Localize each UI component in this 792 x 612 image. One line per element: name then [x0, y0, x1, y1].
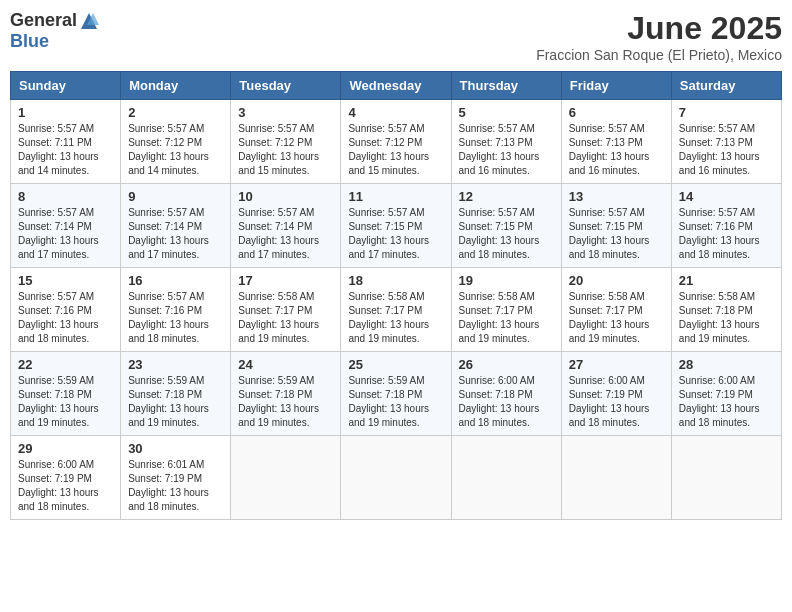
- calendar-cell: 14Sunrise: 5:57 AMSunset: 7:16 PMDayligh…: [671, 184, 781, 268]
- calendar-cell: 2Sunrise: 5:57 AMSunset: 7:12 PMDaylight…: [121, 100, 231, 184]
- day-number: 12: [459, 189, 554, 204]
- day-info: Sunrise: 5:58 AMSunset: 7:17 PMDaylight:…: [459, 290, 554, 346]
- calendar-cell: 7Sunrise: 5:57 AMSunset: 7:13 PMDaylight…: [671, 100, 781, 184]
- day-info: Sunrise: 5:58 AMSunset: 7:18 PMDaylight:…: [679, 290, 774, 346]
- calendar-cell: 19Sunrise: 5:58 AMSunset: 7:17 PMDayligh…: [451, 268, 561, 352]
- logo-icon: [79, 11, 99, 31]
- calendar-subtitle: Fraccion San Roque (El Prieto), Mexico: [536, 47, 782, 63]
- day-number: 27: [569, 357, 664, 372]
- day-number: 8: [18, 189, 113, 204]
- calendar-cell: 12Sunrise: 5:57 AMSunset: 7:15 PMDayligh…: [451, 184, 561, 268]
- day-number: 3: [238, 105, 333, 120]
- header-monday: Monday: [121, 72, 231, 100]
- day-info: Sunrise: 5:57 AMSunset: 7:13 PMDaylight:…: [679, 122, 774, 178]
- calendar-cell: 28Sunrise: 6:00 AMSunset: 7:19 PMDayligh…: [671, 352, 781, 436]
- calendar-cell: 17Sunrise: 5:58 AMSunset: 7:17 PMDayligh…: [231, 268, 341, 352]
- day-info: Sunrise: 5:59 AMSunset: 7:18 PMDaylight:…: [238, 374, 333, 430]
- calendar-title: June 2025: [536, 10, 782, 47]
- calendar-cell: 9Sunrise: 5:57 AMSunset: 7:14 PMDaylight…: [121, 184, 231, 268]
- calendar-cell: 18Sunrise: 5:58 AMSunset: 7:17 PMDayligh…: [341, 268, 451, 352]
- day-info: Sunrise: 5:57 AMSunset: 7:12 PMDaylight:…: [238, 122, 333, 178]
- day-number: 7: [679, 105, 774, 120]
- calendar-header-row: SundayMondayTuesdayWednesdayThursdayFrid…: [11, 72, 782, 100]
- calendar-week-row: 1Sunrise: 5:57 AMSunset: 7:11 PMDaylight…: [11, 100, 782, 184]
- calendar-cell: 16Sunrise: 5:57 AMSunset: 7:16 PMDayligh…: [121, 268, 231, 352]
- calendar-cell: 5Sunrise: 5:57 AMSunset: 7:13 PMDaylight…: [451, 100, 561, 184]
- day-info: Sunrise: 6:01 AMSunset: 7:19 PMDaylight:…: [128, 458, 223, 514]
- day-number: 15: [18, 273, 113, 288]
- day-info: Sunrise: 5:57 AMSunset: 7:16 PMDaylight:…: [18, 290, 113, 346]
- header-thursday: Thursday: [451, 72, 561, 100]
- day-number: 21: [679, 273, 774, 288]
- calendar-cell: 27Sunrise: 6:00 AMSunset: 7:19 PMDayligh…: [561, 352, 671, 436]
- day-number: 5: [459, 105, 554, 120]
- day-number: 25: [348, 357, 443, 372]
- calendar-cell: [341, 436, 451, 520]
- day-number: 22: [18, 357, 113, 372]
- day-info: Sunrise: 5:57 AMSunset: 7:12 PMDaylight:…: [348, 122, 443, 178]
- day-info: Sunrise: 5:57 AMSunset: 7:15 PMDaylight:…: [459, 206, 554, 262]
- day-number: 23: [128, 357, 223, 372]
- calendar-cell: 29Sunrise: 6:00 AMSunset: 7:19 PMDayligh…: [11, 436, 121, 520]
- day-number: 14: [679, 189, 774, 204]
- calendar-cell: 24Sunrise: 5:59 AMSunset: 7:18 PMDayligh…: [231, 352, 341, 436]
- calendar-week-row: 8Sunrise: 5:57 AMSunset: 7:14 PMDaylight…: [11, 184, 782, 268]
- day-number: 4: [348, 105, 443, 120]
- day-number: 29: [18, 441, 113, 456]
- day-info: Sunrise: 5:57 AMSunset: 7:13 PMDaylight:…: [459, 122, 554, 178]
- page-container: General Blue June 2025 Fraccion San Roqu…: [10, 10, 782, 520]
- calendar-cell: 1Sunrise: 5:57 AMSunset: 7:11 PMDaylight…: [11, 100, 121, 184]
- calendar-cell: 11Sunrise: 5:57 AMSunset: 7:15 PMDayligh…: [341, 184, 451, 268]
- header-saturday: Saturday: [671, 72, 781, 100]
- header-wednesday: Wednesday: [341, 72, 451, 100]
- day-number: 11: [348, 189, 443, 204]
- day-info: Sunrise: 6:00 AMSunset: 7:19 PMDaylight:…: [18, 458, 113, 514]
- day-info: Sunrise: 5:57 AMSunset: 7:16 PMDaylight:…: [128, 290, 223, 346]
- day-info: Sunrise: 5:57 AMSunset: 7:14 PMDaylight:…: [18, 206, 113, 262]
- calendar-cell: 4Sunrise: 5:57 AMSunset: 7:12 PMDaylight…: [341, 100, 451, 184]
- calendar-cell: 22Sunrise: 5:59 AMSunset: 7:18 PMDayligh…: [11, 352, 121, 436]
- day-info: Sunrise: 6:00 AMSunset: 7:19 PMDaylight:…: [569, 374, 664, 430]
- day-number: 6: [569, 105, 664, 120]
- calendar-cell: 20Sunrise: 5:58 AMSunset: 7:17 PMDayligh…: [561, 268, 671, 352]
- day-info: Sunrise: 5:57 AMSunset: 7:14 PMDaylight:…: [238, 206, 333, 262]
- day-number: 16: [128, 273, 223, 288]
- calendar-week-row: 29Sunrise: 6:00 AMSunset: 7:19 PMDayligh…: [11, 436, 782, 520]
- day-number: 2: [128, 105, 223, 120]
- day-info: Sunrise: 5:57 AMSunset: 7:15 PMDaylight:…: [569, 206, 664, 262]
- day-number: 18: [348, 273, 443, 288]
- header-friday: Friday: [561, 72, 671, 100]
- calendar-cell: [451, 436, 561, 520]
- day-number: 1: [18, 105, 113, 120]
- day-number: 13: [569, 189, 664, 204]
- day-info: Sunrise: 5:57 AMSunset: 7:12 PMDaylight:…: [128, 122, 223, 178]
- calendar-cell: 26Sunrise: 6:00 AMSunset: 7:18 PMDayligh…: [451, 352, 561, 436]
- day-info: Sunrise: 6:00 AMSunset: 7:18 PMDaylight:…: [459, 374, 554, 430]
- header-tuesday: Tuesday: [231, 72, 341, 100]
- day-info: Sunrise: 5:59 AMSunset: 7:18 PMDaylight:…: [18, 374, 113, 430]
- day-number: 10: [238, 189, 333, 204]
- day-info: Sunrise: 5:57 AMSunset: 7:15 PMDaylight:…: [348, 206, 443, 262]
- day-number: 30: [128, 441, 223, 456]
- calendar-cell: 6Sunrise: 5:57 AMSunset: 7:13 PMDaylight…: [561, 100, 671, 184]
- calendar-cell: [231, 436, 341, 520]
- calendar-cell: 8Sunrise: 5:57 AMSunset: 7:14 PMDaylight…: [11, 184, 121, 268]
- calendar-cell: 25Sunrise: 5:59 AMSunset: 7:18 PMDayligh…: [341, 352, 451, 436]
- day-number: 9: [128, 189, 223, 204]
- title-section: June 2025 Fraccion San Roque (El Prieto)…: [536, 10, 782, 63]
- header: General Blue June 2025 Fraccion San Roqu…: [10, 10, 782, 63]
- calendar-cell: [561, 436, 671, 520]
- logo-blue-text: Blue: [10, 31, 49, 52]
- calendar-week-row: 15Sunrise: 5:57 AMSunset: 7:16 PMDayligh…: [11, 268, 782, 352]
- day-info: Sunrise: 5:58 AMSunset: 7:17 PMDaylight:…: [569, 290, 664, 346]
- day-number: 20: [569, 273, 664, 288]
- day-number: 19: [459, 273, 554, 288]
- day-info: Sunrise: 5:57 AMSunset: 7:13 PMDaylight:…: [569, 122, 664, 178]
- day-number: 28: [679, 357, 774, 372]
- day-info: Sunrise: 5:57 AMSunset: 7:11 PMDaylight:…: [18, 122, 113, 178]
- calendar-cell: 30Sunrise: 6:01 AMSunset: 7:19 PMDayligh…: [121, 436, 231, 520]
- day-info: Sunrise: 5:59 AMSunset: 7:18 PMDaylight:…: [348, 374, 443, 430]
- calendar-cell: 10Sunrise: 5:57 AMSunset: 7:14 PMDayligh…: [231, 184, 341, 268]
- logo: General Blue: [10, 10, 99, 52]
- logo-general-text: General: [10, 10, 77, 31]
